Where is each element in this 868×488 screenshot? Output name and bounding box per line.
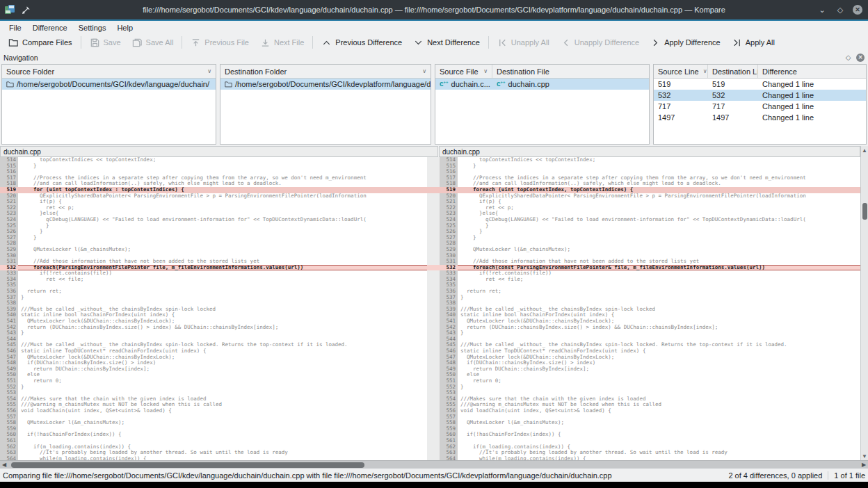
scroll-down-icon[interactable]: ▼ bbox=[861, 452, 868, 460]
source-folder-row[interactable]: /home/sergobot/Documents/GCI/kdev/langua… bbox=[2, 79, 216, 90]
menu-bar: FileDifferenceSettingsHelp bbox=[0, 22, 868, 33]
source-code-pane[interactable]: 514 topContextIndices << topContextIndex… bbox=[0, 157, 427, 460]
file-row[interactable]: c++ duchain.c... c++ duchain.cpp bbox=[435, 79, 649, 90]
difference-header[interactable]: Difference bbox=[758, 65, 866, 78]
difference-row[interactable]: 14971497Changed 1 line bbox=[654, 112, 866, 123]
menu-settings[interactable]: Settings bbox=[74, 23, 111, 33]
vertical-scroll-handle[interactable] bbox=[862, 203, 867, 220]
code-line[interactable]: 532 foreach(ParsingEnvironmentFilePointe… bbox=[0, 265, 427, 271]
destination-folder-row[interactable]: /home/sergobot/Documents/GCI/kdevplatfor… bbox=[220, 79, 431, 90]
scroll-left-icon[interactable]: ◀ bbox=[0, 461, 8, 469]
compare-files-button[interactable]: Compare Files bbox=[3, 35, 78, 51]
line-text: ///Makes sure that the chain with the gi… bbox=[458, 396, 860, 402]
line-text: return ret; bbox=[18, 288, 427, 295]
destination-code-pane[interactable]: 514 topContextIndices << topContextIndex… bbox=[440, 157, 860, 460]
horizontal-scroll-handle[interactable] bbox=[11, 462, 364, 468]
scroll-right-icon[interactable]: ▶ bbox=[860, 461, 868, 469]
code-line: 554///Makes sure that the chain with the… bbox=[0, 396, 427, 402]
line-text: } bbox=[18, 235, 427, 241]
chevron-down-icon: ∨ bbox=[203, 68, 211, 74]
menu-help[interactable]: Help bbox=[112, 23, 138, 33]
code-line: 541 QMutexLocker lock(&DUChain::chainsBy… bbox=[440, 318, 860, 325]
line-text: QMutexLocker l(&m_chainsMutex); bbox=[18, 247, 427, 253]
line-text bbox=[458, 253, 860, 259]
line-text: topContextIndices << topContextIndex; bbox=[18, 157, 427, 163]
difference-row[interactable]: 519519Changed 1 line bbox=[654, 79, 866, 90]
line-text: //Add those information that have not be… bbox=[18, 259, 427, 265]
source-folder-header[interactable]: Source Folder∨ bbox=[2, 65, 216, 78]
code-line: 534 ret << file; bbox=[0, 277, 427, 283]
source-file-header[interactable]: Source File∨ bbox=[435, 65, 492, 78]
status-message: Comparing file file:///home/sergobot/Doc… bbox=[3, 471, 728, 480]
line-text: QMutexLocker l(&m_chainsMutex); bbox=[458, 420, 860, 426]
code-line: 533 if(!ret.contains(file)) bbox=[440, 270, 860, 277]
previous-difference-button[interactable]: Previous Difference bbox=[316, 35, 408, 51]
toolbar-separator bbox=[488, 36, 489, 49]
code-line: 548 if(DUChain::chainsByIndex.size() > i… bbox=[440, 360, 860, 366]
line-text: ret << file; bbox=[458, 277, 860, 283]
save-icon bbox=[90, 38, 100, 48]
next-difference-button[interactable]: Next Difference bbox=[408, 35, 485, 51]
titlebar-pin-icon[interactable] bbox=[22, 6, 30, 14]
code-line: 518 //and can call loadInformation(..) s… bbox=[0, 181, 427, 187]
code-line: 544 bbox=[0, 336, 427, 343]
code-line: 535 bbox=[0, 282, 427, 288]
save-all-icon bbox=[132, 38, 143, 48]
line-text: if(!ret.contains(file)) bbox=[18, 270, 427, 277]
chevron-left-bar-icon bbox=[497, 38, 508, 48]
code-line: 529 QMutexLocker l(&m_chainsMutex); bbox=[0, 247, 427, 253]
line-text: ret << p; bbox=[18, 205, 427, 211]
line-text bbox=[18, 414, 427, 421]
scroll-up-icon[interactable]: ▲ bbox=[861, 146, 868, 154]
horizontal-scrollbar[interactable]: ◀ ▶ bbox=[0, 460, 868, 469]
line-text: } bbox=[458, 295, 860, 301]
destination-file-header[interactable]: Destination File bbox=[492, 65, 649, 78]
destination-folder-panel: Destination Folder∨ /home/sergobot/Docum… bbox=[220, 64, 431, 145]
dock-float-icon[interactable]: ◇ bbox=[844, 53, 853, 62]
source-line-header[interactable]: Source Line∨ bbox=[654, 65, 708, 78]
code-line: 524 qCDebug(LANGUAGE) << "Failed to load… bbox=[440, 217, 860, 223]
code-line[interactable]: 519 for (uint topContextIndex : topConte… bbox=[0, 187, 427, 193]
line-text: ///Makes sure that the chain with the gi… bbox=[18, 396, 427, 402]
line-text: //Process the indices in a separate step… bbox=[458, 175, 860, 181]
apply-difference-button[interactable]: Apply Difference bbox=[645, 35, 726, 51]
line-text: foreach(const ParsingEnvironmentFilePoin… bbox=[458, 265, 860, 271]
cpp-file-icon: c++ bbox=[440, 80, 449, 88]
code-line: 533 if(!ret.contains(file)) bbox=[0, 270, 427, 277]
code-line: 541 QMutexLocker lock(&DUChain::chainsBy… bbox=[0, 318, 427, 325]
toolbar-button-label: Previous Difference bbox=[335, 38, 402, 47]
status-bar: Comparing file file:///home/sergobot/Doc… bbox=[0, 469, 868, 482]
line-text bbox=[18, 438, 427, 444]
maximize-button[interactable]: ◇ bbox=[835, 4, 846, 15]
code-line: 528 bbox=[0, 241, 427, 247]
line-text bbox=[458, 169, 860, 175]
code-line[interactable]: 532 foreach(const ParsingEnvironmentFile… bbox=[440, 265, 860, 271]
line-text: } bbox=[18, 384, 427, 391]
code-line: 514 topContextIndices << topContextIndex… bbox=[440, 157, 860, 163]
difference-list: 519519Changed 1 line532532Changed 1 line… bbox=[654, 79, 866, 123]
toolbar-button-label: Unapply All bbox=[511, 38, 549, 47]
vertical-scrollbar[interactable]: ▲ ▼ bbox=[860, 146, 868, 460]
code-line: 555///@warning m_chainsMutex must NOT be… bbox=[0, 402, 427, 408]
dock-close-icon[interactable]: ✕ bbox=[856, 54, 865, 62]
line-text: if(p) { bbox=[458, 199, 860, 205]
line-text: QExplicitlySharedDataPointer< ParsingEnv… bbox=[18, 193, 427, 200]
difference-row[interactable]: 717717Changed 1 line bbox=[654, 101, 866, 112]
line-text: } bbox=[458, 163, 860, 170]
menu-difference[interactable]: Difference bbox=[28, 23, 72, 33]
previous-file-icon bbox=[191, 38, 201, 48]
difference-row[interactable]: 532532Changed 1 line bbox=[654, 90, 866, 101]
apply-all-button[interactable]: Apply All bbox=[726, 35, 780, 51]
line-text: QMutexLocker lock(&DUChain::chainsByInde… bbox=[18, 318, 427, 325]
destination-folder-header[interactable]: Destination Folder∨ bbox=[220, 65, 431, 78]
destination-line-header[interactable]: Destination Lir bbox=[708, 65, 758, 78]
cpp-file-icon: c++ bbox=[497, 80, 506, 88]
minimize-button[interactable]: ⌄ bbox=[817, 4, 828, 15]
line-text: ret << p; bbox=[458, 205, 860, 211]
code-line[interactable]: 519 foreach (uint topContextIndex, topCo… bbox=[440, 187, 860, 193]
close-button[interactable]: ✕ bbox=[853, 5, 862, 15]
line-text bbox=[18, 426, 427, 432]
code-line: 563 //It's probably being loaded by anot… bbox=[440, 450, 860, 456]
destination-line-cell: 519 bbox=[708, 79, 758, 90]
menu-file[interactable]: File bbox=[4, 23, 26, 33]
